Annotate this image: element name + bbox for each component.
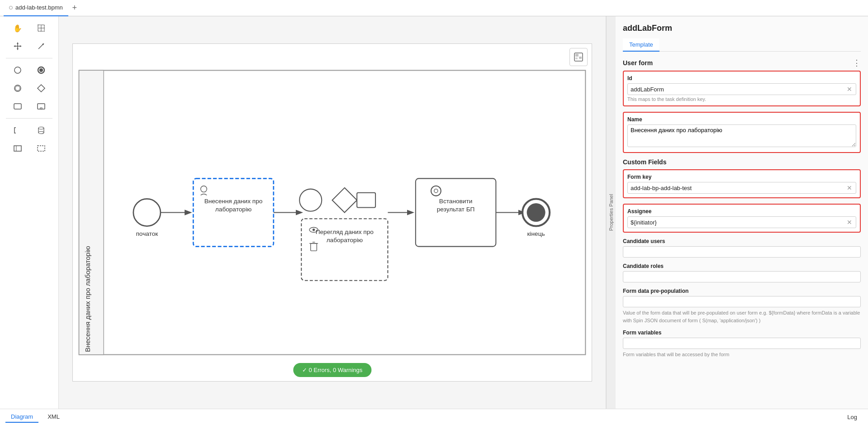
assignee-label: Assignee xyxy=(627,208,856,215)
connect-tool-button[interactable] xyxy=(30,38,52,54)
status-badge: ✓ 0 Errors, 0 Warnings xyxy=(293,363,371,377)
candidate-roles-label: Candidate roles xyxy=(623,263,861,269)
svg-text:Внесення даних про: Внесення даних про xyxy=(204,198,263,205)
assignee-clear-button[interactable]: ✕ xyxy=(846,219,853,226)
assignee-input[interactable] xyxy=(631,219,846,226)
active-file-tab[interactable]: add-lab-test.bpmn xyxy=(4,0,68,16)
subprocess-button[interactable] xyxy=(30,98,52,115)
svg-rect-18 xyxy=(38,104,45,109)
id-field-label: Id xyxy=(627,75,856,81)
assignee-field-group: Assignee ✕ xyxy=(623,204,861,233)
id-field-hint: This maps to the task definition key. xyxy=(627,96,856,102)
assignee-wrap: ✕ xyxy=(627,216,856,228)
form-variables-label: Form variables xyxy=(623,329,861,336)
svg-rect-39 xyxy=(301,219,388,281)
svg-text:лабораторію: лабораторію xyxy=(327,237,363,244)
user-form-menu-button[interactable]: ⋮ xyxy=(853,59,861,67)
svg-rect-58 xyxy=(575,54,579,57)
name-field-label: Name xyxy=(627,116,856,123)
tool-row-2 xyxy=(6,38,52,54)
tool-row-3 xyxy=(6,62,52,78)
data-store-button[interactable] xyxy=(30,122,52,138)
svg-marker-8 xyxy=(20,45,22,47)
svg-point-15 xyxy=(15,86,20,91)
task-button[interactable] xyxy=(6,98,29,115)
form-variables-input[interactable] xyxy=(623,338,861,349)
id-field-wrap: ✕ xyxy=(627,83,856,95)
candidate-users-input[interactable] xyxy=(623,246,861,258)
left-toolbar: ✋ xyxy=(0,16,59,409)
custom-fields-section-title: Custom Fields xyxy=(623,158,861,166)
id-field-input[interactable] xyxy=(631,86,846,93)
id-field-group: Id ✕ This maps to the task definition ke… xyxy=(623,71,861,106)
panel-tabs: Template xyxy=(623,38,861,52)
svg-text:лабораторію: лабораторію xyxy=(215,206,251,213)
svg-rect-22 xyxy=(14,146,21,151)
form-data-prepopulation-field-group: Form data pre-population Value of the fo… xyxy=(623,288,861,324)
form-variables-field-group: Form variables Form variables that will … xyxy=(623,329,861,358)
properties-panel: Properties Panel addLabForm Template Use… xyxy=(606,16,868,409)
log-button[interactable]: Log xyxy=(842,412,863,422)
intermediate-event-button[interactable] xyxy=(6,80,29,96)
tool-row-4 xyxy=(6,80,52,96)
diagram-tab-button[interactable]: Diagram xyxy=(5,411,38,423)
form-data-prepopulation-label: Form data pre-population xyxy=(623,288,861,294)
pool-button[interactable] xyxy=(6,140,29,157)
panel-content: addLabForm Template User form ⋮ Id ✕ Thi… xyxy=(616,16,868,409)
svg-point-11 xyxy=(14,67,21,73)
name-field-textarea[interactable]: Внесення даних про лабораторію xyxy=(627,124,856,147)
svg-text:початок: початок xyxy=(136,230,158,237)
form-key-clear-button[interactable]: ✕ xyxy=(846,184,853,191)
form-key-input[interactable] xyxy=(631,185,846,191)
form-data-prepopulation-hint: Value of the form data that will be pre-… xyxy=(623,309,861,324)
gateway-button[interactable] xyxy=(30,80,52,96)
minimap-button[interactable] xyxy=(569,48,588,66)
candidate-roles-input[interactable] xyxy=(623,271,861,282)
svg-text:Перегляд даних про: Перегляд даних про xyxy=(316,229,374,235)
name-field-group: Name Внесення даних про лабораторію xyxy=(623,112,861,153)
svg-rect-19 xyxy=(40,108,42,109)
form-key-label: Form key xyxy=(627,174,856,180)
tool-row-1: ✋ xyxy=(6,20,52,36)
status-text: ✓ 0 Errors, 0 Warnings xyxy=(302,367,362,373)
toolbar-divider-2 xyxy=(6,118,52,119)
hand-tool-button[interactable]: ✋ xyxy=(6,20,29,36)
toolbar-divider-1 xyxy=(6,58,52,58)
svg-text:Внесення даних про лабораторію: Внесення даних про лабораторію xyxy=(84,246,91,352)
svg-rect-60 xyxy=(575,57,578,59)
svg-rect-17 xyxy=(14,104,21,109)
svg-rect-59 xyxy=(579,57,582,59)
svg-marker-6 xyxy=(17,48,19,50)
end-event-button[interactable] xyxy=(30,62,52,78)
svg-point-28 xyxy=(133,199,161,226)
tab-label: add-lab-test.bpmn xyxy=(15,4,63,11)
svg-point-41 xyxy=(313,229,315,231)
svg-rect-24 xyxy=(38,146,45,151)
tool-row-7 xyxy=(6,140,52,157)
form-key-field-group: Form key ✕ xyxy=(623,169,861,198)
tab-bar: add-lab-test.bpmn + xyxy=(0,0,868,16)
tab-template[interactable]: Template xyxy=(623,38,659,52)
form-variables-hint: Form variables that will be accessed by … xyxy=(623,351,861,358)
annotation-button[interactable] xyxy=(6,122,29,138)
add-tab-button[interactable]: + xyxy=(68,2,81,14)
svg-marker-7 xyxy=(14,45,15,47)
svg-point-55 xyxy=(527,203,545,222)
group-button[interactable] xyxy=(30,140,52,157)
candidate-users-field-group: Candidate users xyxy=(623,238,861,258)
user-form-section-title: User form ⋮ xyxy=(623,59,861,67)
svg-marker-5 xyxy=(17,42,19,44)
space-tool-button[interactable] xyxy=(6,38,29,54)
candidate-roles-field-group: Candidate roles xyxy=(623,263,861,282)
svg-text:кінець: кінець xyxy=(527,230,545,237)
properties-panel-label: Properties Panel xyxy=(606,16,616,409)
start-event-button[interactable] xyxy=(6,62,29,78)
lasso-tool-button[interactable] xyxy=(30,20,52,36)
xml-tab-button[interactable]: XML xyxy=(42,411,65,423)
svg-point-20 xyxy=(38,127,44,129)
form-data-prepopulation-input[interactable] xyxy=(623,296,861,307)
bpmn-diagram[interactable]: Внесення даних про лабораторію початок В… xyxy=(72,43,592,382)
canvas-area[interactable]: Внесення даних про лабораторію початок В… xyxy=(59,16,606,409)
bottom-bar: Diagram XML Log xyxy=(0,409,868,425)
id-field-clear-button[interactable]: ✕ xyxy=(846,86,853,93)
